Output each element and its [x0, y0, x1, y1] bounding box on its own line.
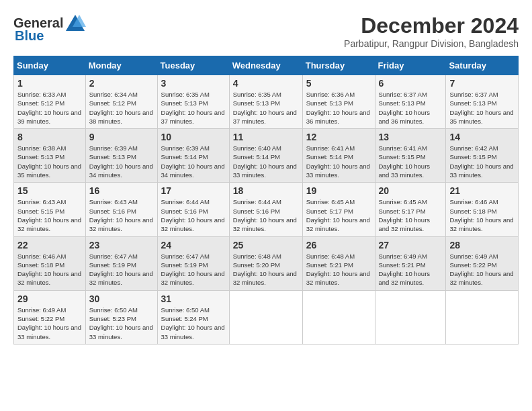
weekday-header-sunday: Sunday [14, 56, 86, 75]
day-detail: Sunrise: 6:48 AMSunset: 5:20 PMDaylight:… [233, 253, 297, 287]
day-cell: 24 Sunrise: 6:47 AMSunset: 5:19 PMDaylig… [157, 236, 229, 290]
day-detail: Sunrise: 6:45 AMSunset: 5:17 PMDaylight:… [306, 198, 370, 232]
day-cell [229, 290, 302, 344]
day-number: 3 [161, 78, 226, 89]
day-cell: 6 Sunrise: 6:37 AMSunset: 5:13 PMDayligh… [375, 75, 446, 129]
day-cell: 14 Sunrise: 6:42 AMSunset: 5:15 PMDaylig… [446, 129, 519, 183]
weekday-header-saturday: Saturday [446, 56, 519, 75]
week-row-4: 22 Sunrise: 6:46 AMSunset: 5:18 PMDaylig… [14, 236, 519, 290]
day-cell [446, 290, 519, 344]
day-cell: 29 Sunrise: 6:49 AMSunset: 5:22 PMDaylig… [14, 290, 86, 344]
day-number: 16 [89, 185, 154, 196]
day-cell [375, 290, 446, 344]
day-cell: 1 Sunrise: 6:33 AMSunset: 5:12 PMDayligh… [14, 75, 86, 129]
day-detail: Sunrise: 6:49 AMSunset: 5:22 PMDaylight:… [17, 306, 81, 340]
day-detail: Sunrise: 6:46 AMSunset: 5:18 PMDaylight:… [449, 198, 513, 232]
day-number: 26 [306, 240, 371, 250]
day-cell: 13 Sunrise: 6:41 AMSunset: 5:15 PMDaylig… [375, 129, 446, 183]
day-detail: Sunrise: 6:45 AMSunset: 5:17 PMDaylight:… [379, 198, 431, 232]
day-number: 13 [379, 132, 443, 142]
day-cell: 4 Sunrise: 6:35 AMSunset: 5:13 PMDayligh… [229, 75, 302, 129]
day-number: 11 [233, 132, 299, 142]
day-cell: 7 Sunrise: 6:37 AMSunset: 5:13 PMDayligh… [446, 75, 519, 129]
day-cell: 25 Sunrise: 6:48 AMSunset: 5:20 PMDaylig… [229, 236, 302, 290]
day-cell: 9 Sunrise: 6:39 AMSunset: 5:13 PMDayligh… [85, 129, 157, 183]
day-number: 25 [233, 240, 299, 250]
day-detail: Sunrise: 6:43 AMSunset: 5:15 PMDaylight:… [17, 198, 81, 232]
day-number: 5 [306, 78, 371, 89]
day-detail: Sunrise: 6:48 AMSunset: 5:21 PMDaylight:… [306, 253, 370, 287]
weekday-header-thursday: Thursday [302, 56, 375, 75]
day-cell: 5 Sunrise: 6:36 AMSunset: 5:13 PMDayligh… [302, 75, 375, 129]
day-detail: Sunrise: 6:38 AMSunset: 5:13 PMDaylight:… [17, 144, 81, 179]
logo-blue: Blue [15, 28, 44, 44]
day-cell: 21 Sunrise: 6:46 AMSunset: 5:18 PMDaylig… [446, 183, 519, 236]
day-detail: Sunrise: 6:44 AMSunset: 5:16 PMDaylight:… [233, 198, 297, 232]
day-cell: 12 Sunrise: 6:41 AMSunset: 5:14 PMDaylig… [302, 129, 375, 183]
day-number: 19 [306, 185, 371, 196]
day-number: 12 [306, 132, 371, 142]
day-detail: Sunrise: 6:42 AMSunset: 5:15 PMDaylight:… [449, 144, 513, 179]
week-row-1: 1 Sunrise: 6:33 AMSunset: 5:12 PMDayligh… [14, 75, 519, 129]
day-number: 22 [17, 240, 82, 250]
day-number: 10 [161, 132, 226, 142]
day-detail: Sunrise: 6:49 AMSunset: 5:22 PMDaylight:… [449, 253, 513, 287]
title-area: December 2024 Parbatipur, Rangpur Divisi… [344, 13, 519, 49]
day-number: 31 [161, 293, 226, 304]
day-detail: Sunrise: 6:39 AMSunset: 5:14 PMDaylight:… [161, 144, 225, 179]
day-cell: 17 Sunrise: 6:44 AMSunset: 5:16 PMDaylig… [157, 183, 229, 236]
day-detail: Sunrise: 6:47 AMSunset: 5:19 PMDaylight:… [161, 253, 225, 287]
day-detail: Sunrise: 6:43 AMSunset: 5:16 PMDaylight:… [89, 198, 153, 232]
day-number: 1 [17, 78, 82, 89]
day-number: 15 [17, 185, 82, 196]
day-cell: 10 Sunrise: 6:39 AMSunset: 5:14 PMDaylig… [157, 129, 229, 183]
day-detail: Sunrise: 6:37 AMSunset: 5:13 PMDaylight:… [379, 91, 431, 125]
week-row-3: 15 Sunrise: 6:43 AMSunset: 5:15 PMDaylig… [14, 183, 519, 236]
day-cell: 20 Sunrise: 6:45 AMSunset: 5:17 PMDaylig… [375, 183, 446, 236]
day-cell: 16 Sunrise: 6:43 AMSunset: 5:16 PMDaylig… [85, 183, 157, 236]
week-row-2: 8 Sunrise: 6:38 AMSunset: 5:13 PMDayligh… [14, 129, 519, 183]
day-cell: 18 Sunrise: 6:44 AMSunset: 5:16 PMDaylig… [229, 183, 302, 236]
logo-icon [64, 13, 86, 32]
day-detail: Sunrise: 6:33 AMSunset: 5:12 PMDaylight:… [17, 91, 81, 125]
day-number: 18 [233, 185, 299, 196]
day-number: 2 [89, 78, 154, 89]
day-detail: Sunrise: 6:46 AMSunset: 5:18 PMDaylight:… [17, 253, 81, 287]
day-number: 21 [449, 185, 515, 196]
day-cell: 27 Sunrise: 6:49 AMSunset: 5:21 PMDaylig… [375, 236, 446, 290]
day-number: 29 [17, 293, 82, 304]
day-number: 27 [379, 240, 443, 250]
day-number: 8 [17, 132, 82, 142]
day-detail: Sunrise: 6:47 AMSunset: 5:19 PMDaylight:… [89, 253, 153, 287]
weekday-header-row: SundayMondayTuesdayWednesdayThursdayFrid… [14, 56, 519, 75]
day-cell: 26 Sunrise: 6:48 AMSunset: 5:21 PMDaylig… [302, 236, 375, 290]
day-number: 6 [379, 78, 443, 89]
day-number: 20 [379, 185, 443, 196]
day-detail: Sunrise: 6:41 AMSunset: 5:14 PMDaylight:… [306, 144, 370, 179]
day-number: 17 [161, 185, 226, 196]
day-cell: 28 Sunrise: 6:49 AMSunset: 5:22 PMDaylig… [446, 236, 519, 290]
logo: General Blue [13, 13, 86, 44]
weekday-header-tuesday: Tuesday [157, 56, 229, 75]
day-cell: 2 Sunrise: 6:34 AMSunset: 5:12 PMDayligh… [85, 75, 157, 129]
month-title: December 2024 [344, 13, 519, 38]
day-number: 4 [233, 78, 299, 89]
day-cell: 22 Sunrise: 6:46 AMSunset: 5:18 PMDaylig… [14, 236, 86, 290]
day-number: 23 [89, 240, 154, 250]
day-detail: Sunrise: 6:35 AMSunset: 5:13 PMDaylight:… [233, 91, 297, 125]
day-cell: 8 Sunrise: 6:38 AMSunset: 5:13 PMDayligh… [14, 129, 86, 183]
weekday-header-friday: Friday [375, 56, 446, 75]
day-detail: Sunrise: 6:50 AMSunset: 5:24 PMDaylight:… [161, 306, 225, 340]
day-detail: Sunrise: 6:35 AMSunset: 5:13 PMDaylight:… [161, 91, 225, 125]
day-cell: 15 Sunrise: 6:43 AMSunset: 5:15 PMDaylig… [14, 183, 86, 236]
day-cell: 11 Sunrise: 6:40 AMSunset: 5:14 PMDaylig… [229, 129, 302, 183]
day-number: 28 [449, 240, 515, 250]
weekday-header-monday: Monday [85, 56, 157, 75]
location-title: Parbatipur, Rangpur Division, Bangladesh [344, 38, 519, 49]
day-cell [302, 290, 375, 344]
day-cell: 31 Sunrise: 6:50 AMSunset: 5:24 PMDaylig… [157, 290, 229, 344]
day-detail: Sunrise: 6:50 AMSunset: 5:23 PMDaylight:… [89, 306, 153, 340]
week-row-5: 29 Sunrise: 6:49 AMSunset: 5:22 PMDaylig… [14, 290, 519, 344]
calendar-table: SundayMondayTuesdayWednesdayThursdayFrid… [13, 56, 519, 345]
day-number: 9 [89, 132, 154, 142]
